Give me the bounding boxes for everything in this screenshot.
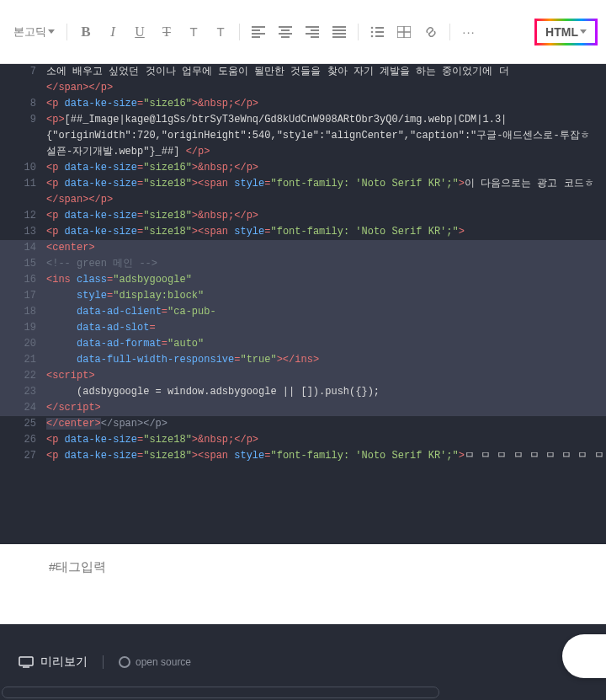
code-line[interactable]: 24</script> — [0, 400, 606, 416]
code-line[interactable]: 11<p data-ke-size="size18"><span style="… — [0, 176, 606, 192]
separator — [358, 24, 359, 40]
svg-rect-4 — [279, 26, 292, 28]
more-button[interactable]: ··· — [457, 20, 481, 44]
code-line[interactable]: 27<p data-ke-size="size18"><span style="… — [0, 448, 606, 464]
code-content[interactable]: <p data-ke-size="size18"><span style="fo… — [46, 224, 606, 240]
code-line[interactable]: 10<p data-ke-size="size16">&nbsp;</p> — [0, 160, 606, 176]
preview-label: 미리보기 — [40, 655, 88, 670]
code-line[interactable]: 22<script> — [0, 368, 606, 384]
code-line[interactable]: 26<p data-ke-size="size18">&nbsp;</p> — [0, 432, 606, 448]
code-content[interactable]: {"originWidth":720,"originHeight":540,"s… — [46, 128, 606, 144]
code-line[interactable]: 20 data-ad-format="auto" — [0, 336, 606, 352]
code-content[interactable]: </center></span></p> — [46, 416, 606, 432]
code-line[interactable]: 7소에 배우고 싶었던 것이나 업무에 도움이 될만한 것들을 찾아 자기 계발… — [0, 64, 606, 80]
svg-rect-7 — [281, 36, 290, 38]
line-number: 7 — [0, 64, 46, 80]
code-content[interactable]: style="display:block" — [46, 288, 606, 304]
code-content[interactable]: <p data-ke-size="size18">&nbsp;</p> — [46, 432, 606, 448]
svg-point-20 — [371, 35, 374, 37]
code-content[interactable]: <p data-ke-size="size18">&nbsp;</p> — [46, 208, 606, 224]
footer-input[interactable] — [2, 687, 439, 698]
font-family-select[interactable]: 본고딕 — [8, 21, 60, 43]
align-right-button[interactable] — [300, 20, 324, 44]
text-bg-button[interactable]: T — [209, 20, 232, 44]
preview-button[interactable]: 미리보기 — [19, 655, 88, 670]
code-content[interactable]: <script> — [46, 368, 606, 384]
code-line[interactable]: 16<ins class="adsbygoogle" — [0, 272, 606, 288]
code-content[interactable]: data-ad-client="ca-pub- — [46, 304, 606, 320]
open-source-link[interactable]: open source — [119, 656, 191, 668]
line-number — [0, 80, 46, 96]
link-button[interactable] — [419, 20, 443, 44]
svg-rect-10 — [306, 33, 319, 35]
line-number: 19 — [0, 320, 46, 336]
line-number: 15 — [0, 256, 46, 272]
code-line[interactable]: 25</center></span></p> — [0, 416, 606, 432]
code-line[interactable]: 설픈-자기개발.webp"}_##] </p> — [0, 144, 606, 160]
code-line[interactable]: 14<center> — [0, 240, 606, 256]
code-line[interactable]: {"originWidth":720,"originHeight":540,"s… — [0, 128, 606, 144]
monitor-icon — [19, 656, 34, 668]
code-content[interactable]: <p data-ke-size="size16">&nbsp;</p> — [46, 96, 606, 112]
table-button[interactable] — [392, 20, 416, 44]
code-content[interactable]: <!-- green 메인 --> — [46, 256, 606, 272]
code-content[interactable]: data-full-width-responsive="true"></ins> — [46, 352, 606, 368]
line-number: 12 — [0, 208, 46, 224]
svg-rect-11 — [311, 36, 319, 38]
strike-button[interactable]: T — [155, 20, 178, 44]
code-line[interactable]: 23 (adsbygoogle = window.adsbygoogle || … — [0, 384, 606, 400]
svg-rect-14 — [332, 33, 346, 35]
code-line[interactable]: 19 data-ad-slot= — [0, 320, 606, 336]
code-line[interactable]: 12<p data-ke-size="size18">&nbsp;</p> — [0, 208, 606, 224]
line-number — [0, 144, 46, 160]
code-line[interactable]: 21 data-full-width-responsive="true"></i… — [0, 352, 606, 368]
align-justify-button[interactable] — [327, 20, 351, 44]
code-content[interactable]: </script> — [46, 400, 606, 416]
svg-rect-25 — [19, 657, 33, 665]
align-center-button[interactable] — [274, 20, 297, 44]
svg-rect-2 — [252, 33, 265, 35]
code-editor[interactable]: 7소에 배우고 싶었던 것이나 업무에 도움이 될만한 것들을 찾아 자기 계발… — [0, 64, 606, 544]
line-number: 22 — [0, 368, 46, 384]
line-number: 26 — [0, 432, 46, 448]
line-number: 8 — [0, 96, 46, 112]
italic-button[interactable]: I — [101, 20, 125, 44]
code-content[interactable]: <p data-ke-size="size18"><span style="fo… — [46, 176, 606, 192]
code-content[interactable]: <p data-ke-size="size16">&nbsp;</p> — [46, 160, 606, 176]
code-content[interactable]: <center> — [46, 240, 606, 256]
floating-action-button[interactable] — [562, 634, 606, 678]
bold-button[interactable]: B — [74, 20, 98, 44]
code-content[interactable]: </span></p> — [46, 192, 606, 208]
html-mode-button[interactable]: HTML — [534, 19, 598, 45]
code-content[interactable]: <ins class="adsbygoogle" — [46, 272, 606, 288]
svg-rect-9 — [311, 29, 319, 31]
code-content[interactable]: data-ad-format="auto" — [46, 336, 606, 352]
code-content[interactable]: </span></p> — [46, 80, 606, 96]
align-left-button[interactable] — [247, 20, 270, 44]
code-line[interactable]: 18 data-ad-client="ca-pub- — [0, 304, 606, 320]
code-line[interactable]: </span></p> — [0, 192, 606, 208]
code-content[interactable]: <p data-ke-size="size18"><span style="fo… — [46, 448, 606, 464]
underline-button[interactable]: U — [128, 20, 152, 44]
list-button[interactable] — [365, 20, 389, 44]
code-line[interactable]: 15<!-- green 메인 --> — [0, 256, 606, 272]
code-line[interactable]: 17 style="display:block" — [0, 288, 606, 304]
svg-rect-17 — [375, 27, 384, 29]
editor-toolbar: 본고딕 B I U T T T ··· HTML — [0, 0, 606, 64]
text-color-button[interactable]: T — [182, 20, 205, 44]
code-line[interactable]: </span></p> — [0, 80, 606, 96]
line-number — [0, 192, 46, 208]
tag-input[interactable]: #태그입력 — [0, 544, 606, 590]
code-line[interactable]: 13<p data-ke-size="size18"><span style="… — [0, 224, 606, 240]
code-content[interactable]: <p>[##_Image|kage@l1gSs/btrSyT3eWnq/Gd8k… — [46, 112, 606, 128]
code-content[interactable]: 설픈-자기개발.webp"}_##] </p> — [46, 144, 606, 160]
line-number: 14 — [0, 240, 46, 256]
code-content[interactable]: (adsbygoogle = window.adsbygoogle || [])… — [46, 384, 606, 400]
separator — [449, 24, 450, 40]
code-line[interactable]: 9<p>[##_Image|kage@l1gSs/btrSyT3eWnq/Gd8… — [0, 112, 606, 128]
svg-rect-3 — [252, 36, 260, 38]
line-number: 25 — [0, 416, 46, 432]
code-content[interactable]: data-ad-slot= — [46, 320, 606, 336]
code-content[interactable]: 소에 배우고 싶었던 것이나 업무에 도움이 될만한 것들을 찾아 자기 계발을… — [46, 64, 606, 80]
code-line[interactable]: 8<p data-ke-size="size16">&nbsp;</p> — [0, 96, 606, 112]
